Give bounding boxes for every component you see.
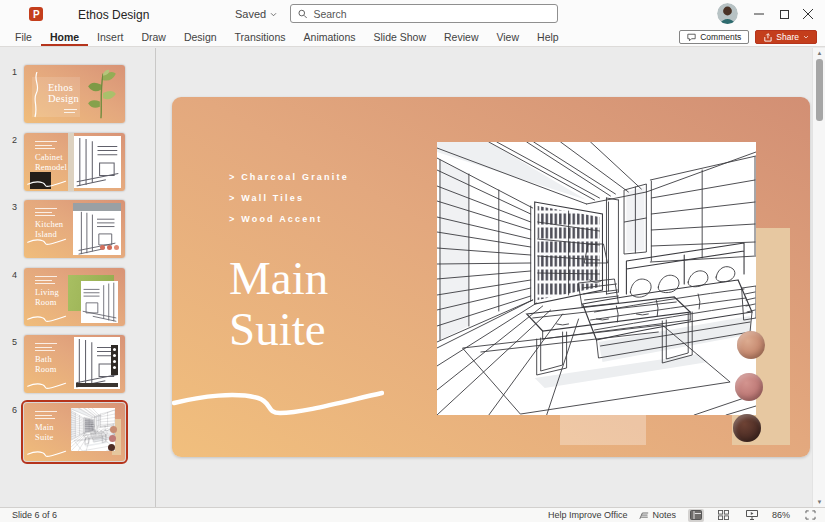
slide-canvas[interactable]: > Charcoal Granite > Wall Tiles > Wood A… — [172, 97, 810, 457]
normal-view-icon — [690, 510, 702, 520]
tab-transitions[interactable]: Transitions — [226, 28, 295, 46]
slide-thumbnail-card-4[interactable]: LivingRoom — [24, 268, 125, 326]
thumbnail-slide-6: 6 MainSuite — [0, 403, 125, 461]
powerpoint-window: { "titlebar": { "document_title": "Ethos… — [0, 0, 825, 522]
thumbnail-title: BathRoom — [35, 355, 57, 374]
scroll-up-arrow[interactable]: ▲ — [813, 48, 825, 58]
squiggle-decoration — [27, 314, 67, 323]
slide-thumbnail-card-5[interactable]: BathRoom — [24, 335, 125, 393]
fit-to-window-icon — [805, 510, 816, 520]
thumbnail-slide-5: 5 BathRoom — [0, 335, 125, 393]
slide-thumbnail-card-2[interactable]: CabinetRemodel — [24, 133, 125, 191]
tab-animations[interactable]: Animations — [295, 28, 365, 46]
wood-strip — [68, 133, 74, 191]
slide-number: 1 — [0, 65, 24, 123]
thumbnail-slide-2: 2 CabinetRemodel — [0, 133, 125, 191]
slideshow-view-button[interactable] — [744, 509, 760, 522]
close-icon — [803, 9, 813, 19]
thumbnail-sketch — [74, 337, 120, 389]
workspace: 1 EthosDesign 2 — [0, 48, 825, 507]
minimize-button[interactable] — [751, 6, 767, 22]
tab-help[interactable]: Help — [528, 28, 568, 46]
color-dot — [107, 245, 112, 250]
slide-title[interactable]: Main Suite — [229, 253, 328, 355]
meta-lines — [35, 208, 57, 219]
material-swatch-rose[interactable] — [735, 373, 763, 401]
tab-slide-show[interactable]: Slide Show — [365, 28, 436, 46]
close-button[interactable] — [800, 6, 816, 22]
tab-design[interactable]: Design — [175, 28, 226, 46]
scrollbar-thumb[interactable] — [816, 59, 823, 121]
swatch-dot — [110, 426, 117, 433]
squiggle-decoration — [27, 381, 67, 390]
vertical-scrollbar[interactable]: ▲ ▼ — [812, 48, 825, 507]
minimize-icon — [754, 9, 764, 19]
slide-thumbnail-panel: 1 EthosDesign 2 — [0, 48, 156, 507]
thumbnail-title: LivingRoom — [35, 288, 59, 307]
tab-draw[interactable]: Draw — [132, 28, 175, 46]
svg-text:P: P — [33, 9, 40, 20]
translucent-rect — [560, 413, 646, 445]
avatar-image — [717, 3, 738, 24]
slide-thumbnail-card-3[interactable]: KitchenIsland — [24, 200, 125, 258]
meta-lines — [35, 141, 57, 152]
notes-label: Notes — [652, 510, 676, 520]
slide-thumbnail-card-6[interactable]: MainSuite — [24, 403, 125, 461]
save-status-dropdown[interactable]: Saved — [235, 8, 277, 20]
search-input[interactable] — [313, 8, 550, 20]
bullet-item: > Charcoal Granite — [229, 167, 349, 188]
slide-sorter-icon — [718, 510, 729, 520]
normal-view-button[interactable] — [688, 509, 704, 522]
thumbnail-title: EthosDesign — [48, 82, 79, 104]
help-improve-office-link[interactable]: Help Improve Office — [548, 510, 627, 520]
maximize-icon — [780, 10, 789, 19]
slide-bullet-list[interactable]: > Charcoal Granite > Wall Tiles > Wood A… — [229, 167, 349, 230]
search-icon — [298, 9, 307, 19]
notes-toggle[interactable]: Notes — [639, 510, 676, 520]
material-swatch-brown[interactable] — [733, 414, 761, 442]
share-button[interactable]: Share — [755, 30, 817, 44]
slide-thumbnail-card-1[interactable]: EthosDesign — [24, 65, 125, 123]
thumbnail-title: MainSuite — [35, 423, 54, 442]
ribbon-tab-bar: File Home Insert Draw Design Transitions… — [0, 28, 825, 47]
maximize-button[interactable] — [776, 6, 792, 22]
powerpoint-icon: P — [28, 6, 44, 22]
swatch-dot — [108, 444, 115, 451]
save-status-label: Saved — [235, 8, 266, 20]
slide-number: 5 — [0, 335, 24, 393]
tab-file[interactable]: File — [6, 28, 41, 46]
squiggle-decoration — [172, 385, 384, 419]
tab-review[interactable]: Review — [435, 28, 487, 46]
thumbnail-sketch — [74, 136, 121, 188]
meta-lines — [35, 276, 57, 287]
slide-number: 6 — [0, 403, 24, 461]
tab-view[interactable]: View — [487, 28, 528, 46]
thumbnail-title: CabinetRemodel — [35, 153, 67, 172]
thumbnail-sketch — [81, 281, 118, 323]
slide-number: 4 — [0, 268, 24, 326]
scroll-down-arrow[interactable]: ▼ — [813, 497, 825, 507]
slide-number: 2 — [0, 133, 24, 191]
bedroom-sketch — [437, 142, 756, 415]
fit-to-window-button[interactable] — [802, 509, 818, 522]
search-box[interactable] — [290, 4, 558, 23]
title-bar: P Ethos Design Saved — [0, 0, 825, 28]
meta-lines — [35, 411, 57, 422]
plant-image — [86, 67, 118, 121]
slide-indicator[interactable]: Slide 6 of 6 — [0, 510, 57, 520]
tab-insert[interactable]: Insert — [88, 28, 132, 46]
notes-icon — [639, 511, 649, 520]
bullet-item: > Wood Accent — [229, 209, 349, 230]
tab-home[interactable]: Home — [41, 28, 88, 46]
comment-icon — [687, 33, 696, 42]
zoom-level[interactable]: 86% — [772, 510, 790, 520]
thumbnail-slide-4: 4 LivingRoom — [0, 268, 125, 326]
bullet-item: > Wall Tiles — [229, 188, 349, 209]
slide-sorter-view-button[interactable] — [716, 509, 732, 522]
comments-button[interactable]: Comments — [679, 30, 749, 44]
color-dot — [114, 245, 119, 250]
user-avatar[interactable] — [717, 3, 738, 24]
material-swatch-terracotta[interactable] — [737, 331, 765, 359]
bedroom-sketch-image[interactable] — [437, 142, 756, 415]
squiggle-decoration — [27, 179, 67, 188]
